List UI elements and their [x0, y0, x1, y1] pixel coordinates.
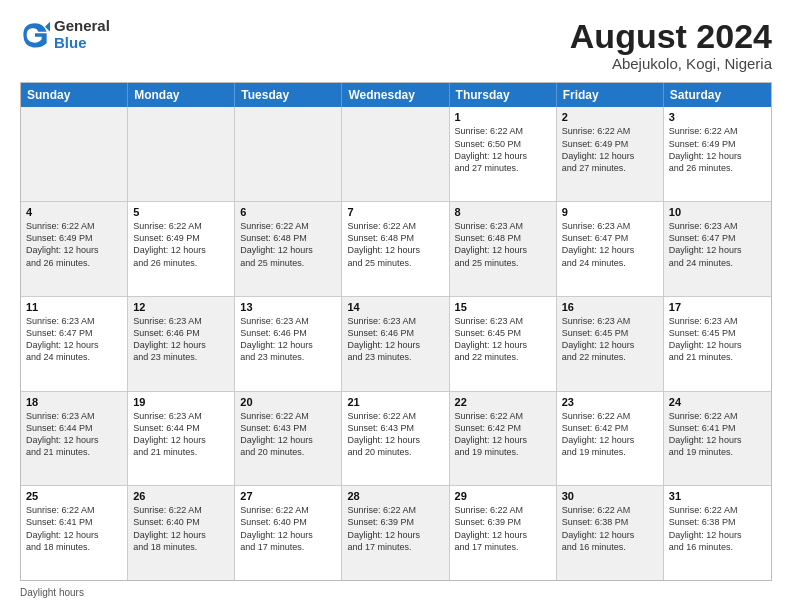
day-number: 31 [669, 490, 766, 502]
calendar-day-15: 15Sunrise: 6:23 AM Sunset: 6:45 PM Dayli… [450, 297, 557, 391]
day-number: 26 [133, 490, 229, 502]
day-number: 16 [562, 301, 658, 313]
calendar-day-4: 4Sunrise: 6:22 AM Sunset: 6:49 PM Daylig… [21, 202, 128, 296]
logo-icon [20, 20, 50, 50]
day-info: Sunrise: 6:22 AM Sunset: 6:40 PM Dayligh… [133, 504, 229, 553]
calendar-day-29: 29Sunrise: 6:22 AM Sunset: 6:39 PM Dayli… [450, 486, 557, 580]
day-info: Sunrise: 6:23 AM Sunset: 6:45 PM Dayligh… [455, 315, 551, 364]
calendar-row-5: 25Sunrise: 6:22 AM Sunset: 6:41 PM Dayli… [21, 485, 771, 580]
calendar-day-26: 26Sunrise: 6:22 AM Sunset: 6:40 PM Dayli… [128, 486, 235, 580]
calendar-day-21: 21Sunrise: 6:22 AM Sunset: 6:43 PM Dayli… [342, 392, 449, 486]
calendar-day-5: 5Sunrise: 6:22 AM Sunset: 6:49 PM Daylig… [128, 202, 235, 296]
calendar-day-11: 11Sunrise: 6:23 AM Sunset: 6:47 PM Dayli… [21, 297, 128, 391]
day-info: Sunrise: 6:22 AM Sunset: 6:42 PM Dayligh… [562, 410, 658, 459]
calendar-day-10: 10Sunrise: 6:23 AM Sunset: 6:47 PM Dayli… [664, 202, 771, 296]
day-number: 27 [240, 490, 336, 502]
calendar-day-30: 30Sunrise: 6:22 AM Sunset: 6:38 PM Dayli… [557, 486, 664, 580]
calendar-row-4: 18Sunrise: 6:23 AM Sunset: 6:44 PM Dayli… [21, 391, 771, 486]
day-info: Sunrise: 6:23 AM Sunset: 6:45 PM Dayligh… [669, 315, 766, 364]
calendar-day-9: 9Sunrise: 6:23 AM Sunset: 6:47 PM Daylig… [557, 202, 664, 296]
day-number: 28 [347, 490, 443, 502]
day-info: Sunrise: 6:23 AM Sunset: 6:47 PM Dayligh… [669, 220, 766, 269]
calendar-day-3: 3Sunrise: 6:22 AM Sunset: 6:49 PM Daylig… [664, 107, 771, 201]
title-month: August 2024 [570, 18, 772, 55]
calendar-day-16: 16Sunrise: 6:23 AM Sunset: 6:45 PM Dayli… [557, 297, 664, 391]
day-number: 17 [669, 301, 766, 313]
day-number: 20 [240, 396, 336, 408]
day-number: 7 [347, 206, 443, 218]
day-number: 5 [133, 206, 229, 218]
calendar-day-8: 8Sunrise: 6:23 AM Sunset: 6:48 PM Daylig… [450, 202, 557, 296]
day-number: 29 [455, 490, 551, 502]
day-info: Sunrise: 6:22 AM Sunset: 6:43 PM Dayligh… [240, 410, 336, 459]
day-info: Sunrise: 6:22 AM Sunset: 6:48 PM Dayligh… [240, 220, 336, 269]
header-day-saturday: Saturday [664, 83, 771, 107]
day-info: Sunrise: 6:23 AM Sunset: 6:47 PM Dayligh… [562, 220, 658, 269]
calendar-day-12: 12Sunrise: 6:23 AM Sunset: 6:46 PM Dayli… [128, 297, 235, 391]
day-info: Sunrise: 6:22 AM Sunset: 6:49 PM Dayligh… [133, 220, 229, 269]
calendar-header: SundayMondayTuesdayWednesdayThursdayFrid… [21, 83, 771, 107]
day-info: Sunrise: 6:22 AM Sunset: 6:43 PM Dayligh… [347, 410, 443, 459]
day-number: 11 [26, 301, 122, 313]
day-number: 13 [240, 301, 336, 313]
footer-label: Daylight hours [20, 587, 84, 598]
day-number: 3 [669, 111, 766, 123]
header-day-wednesday: Wednesday [342, 83, 449, 107]
day-info: Sunrise: 6:22 AM Sunset: 6:39 PM Dayligh… [347, 504, 443, 553]
calendar-day-1: 1Sunrise: 6:22 AM Sunset: 6:50 PM Daylig… [450, 107, 557, 201]
calendar-day-23: 23Sunrise: 6:22 AM Sunset: 6:42 PM Dayli… [557, 392, 664, 486]
header-day-tuesday: Tuesday [235, 83, 342, 107]
calendar-day-31: 31Sunrise: 6:22 AM Sunset: 6:38 PM Dayli… [664, 486, 771, 580]
calendar-day-18: 18Sunrise: 6:23 AM Sunset: 6:44 PM Dayli… [21, 392, 128, 486]
day-info: Sunrise: 6:23 AM Sunset: 6:45 PM Dayligh… [562, 315, 658, 364]
calendar-day-25: 25Sunrise: 6:22 AM Sunset: 6:41 PM Dayli… [21, 486, 128, 580]
logo-blue-text: Blue [54, 35, 110, 52]
day-number: 14 [347, 301, 443, 313]
day-number: 1 [455, 111, 551, 123]
title-location: Abejukolo, Kogi, Nigeria [570, 55, 772, 72]
calendar-empty-cell [235, 107, 342, 201]
day-info: Sunrise: 6:23 AM Sunset: 6:47 PM Dayligh… [26, 315, 122, 364]
day-info: Sunrise: 6:22 AM Sunset: 6:40 PM Dayligh… [240, 504, 336, 553]
calendar-day-22: 22Sunrise: 6:22 AM Sunset: 6:42 PM Dayli… [450, 392, 557, 486]
day-info: Sunrise: 6:22 AM Sunset: 6:41 PM Dayligh… [669, 410, 766, 459]
day-number: 24 [669, 396, 766, 408]
day-info: Sunrise: 6:23 AM Sunset: 6:44 PM Dayligh… [26, 410, 122, 459]
day-info: Sunrise: 6:22 AM Sunset: 6:38 PM Dayligh… [562, 504, 658, 553]
day-number: 22 [455, 396, 551, 408]
day-number: 8 [455, 206, 551, 218]
day-info: Sunrise: 6:22 AM Sunset: 6:38 PM Dayligh… [669, 504, 766, 553]
day-info: Sunrise: 6:22 AM Sunset: 6:39 PM Dayligh… [455, 504, 551, 553]
calendar-day-17: 17Sunrise: 6:23 AM Sunset: 6:45 PM Dayli… [664, 297, 771, 391]
day-info: Sunrise: 6:23 AM Sunset: 6:46 PM Dayligh… [240, 315, 336, 364]
calendar-day-2: 2Sunrise: 6:22 AM Sunset: 6:49 PM Daylig… [557, 107, 664, 201]
day-info: Sunrise: 6:22 AM Sunset: 6:49 PM Dayligh… [562, 125, 658, 174]
day-number: 25 [26, 490, 122, 502]
calendar-empty-cell [128, 107, 235, 201]
calendar-row-1: 1Sunrise: 6:22 AM Sunset: 6:50 PM Daylig… [21, 107, 771, 201]
day-info: Sunrise: 6:23 AM Sunset: 6:46 PM Dayligh… [133, 315, 229, 364]
calendar-day-19: 19Sunrise: 6:23 AM Sunset: 6:44 PM Dayli… [128, 392, 235, 486]
calendar-day-24: 24Sunrise: 6:22 AM Sunset: 6:41 PM Dayli… [664, 392, 771, 486]
day-number: 9 [562, 206, 658, 218]
calendar-day-14: 14Sunrise: 6:23 AM Sunset: 6:46 PM Dayli… [342, 297, 449, 391]
day-number: 30 [562, 490, 658, 502]
day-number: 19 [133, 396, 229, 408]
day-info: Sunrise: 6:22 AM Sunset: 6:48 PM Dayligh… [347, 220, 443, 269]
page: General Blue August 2024 Abejukolo, Kogi… [0, 0, 792, 612]
header-day-friday: Friday [557, 83, 664, 107]
calendar-day-13: 13Sunrise: 6:23 AM Sunset: 6:46 PM Dayli… [235, 297, 342, 391]
day-number: 6 [240, 206, 336, 218]
header-day-monday: Monday [128, 83, 235, 107]
day-info: Sunrise: 6:22 AM Sunset: 6:49 PM Dayligh… [26, 220, 122, 269]
day-info: Sunrise: 6:22 AM Sunset: 6:50 PM Dayligh… [455, 125, 551, 174]
calendar-row-3: 11Sunrise: 6:23 AM Sunset: 6:47 PM Dayli… [21, 296, 771, 391]
calendar-empty-cell [21, 107, 128, 201]
calendar-day-20: 20Sunrise: 6:22 AM Sunset: 6:43 PM Dayli… [235, 392, 342, 486]
day-info: Sunrise: 6:22 AM Sunset: 6:41 PM Dayligh… [26, 504, 122, 553]
calendar-body: 1Sunrise: 6:22 AM Sunset: 6:50 PM Daylig… [21, 107, 771, 580]
day-number: 10 [669, 206, 766, 218]
day-number: 15 [455, 301, 551, 313]
day-info: Sunrise: 6:23 AM Sunset: 6:44 PM Dayligh… [133, 410, 229, 459]
calendar-row-2: 4Sunrise: 6:22 AM Sunset: 6:49 PM Daylig… [21, 201, 771, 296]
